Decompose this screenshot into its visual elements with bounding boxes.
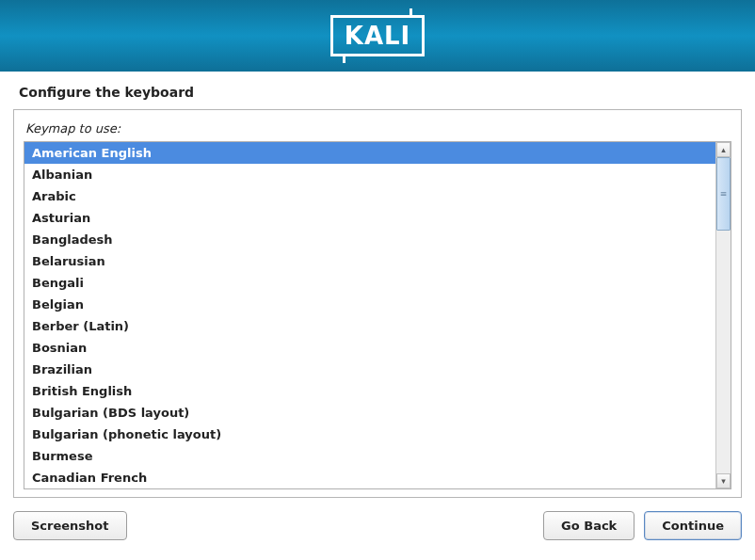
scroll-track[interactable] <box>716 157 731 473</box>
keymap-option[interactable]: Belgian <box>24 294 715 315</box>
keymap-option[interactable]: Bengali <box>24 272 715 294</box>
footer: Screenshot Go Back Continue <box>0 498 755 540</box>
keymap-option[interactable]: Brazilian <box>24 359 715 380</box>
keymap-list-inner: American EnglishAlbanianArabicAsturianBa… <box>24 142 715 488</box>
keymap-option[interactable]: Asturian <box>24 207 715 229</box>
keymap-option[interactable]: Albanian <box>24 164 715 185</box>
screenshot-button[interactable]: Screenshot <box>13 511 127 540</box>
header-banner: KALI <box>0 0 755 72</box>
scroll-down-button[interactable]: ▾ <box>716 473 731 488</box>
keymap-option[interactable]: Berber (Latin) <box>24 315 715 337</box>
brand-text: KALI <box>345 22 411 50</box>
content-frame: Keymap to use: American EnglishAlbanianA… <box>13 109 742 498</box>
keymap-label: Keymap to use: <box>24 121 731 136</box>
keymap-listbox[interactable]: American EnglishAlbanianArabicAsturianBa… <box>24 141 731 489</box>
keymap-option[interactable]: Bulgarian (BDS layout) <box>24 402 715 424</box>
keymap-option[interactable]: Bosnian <box>24 337 715 359</box>
keymap-option[interactable]: British English <box>24 380 715 402</box>
scroll-up-button[interactable]: ▴ <box>716 142 731 157</box>
keymap-option[interactable]: Bangladesh <box>24 229 715 250</box>
keymap-option[interactable]: Bulgarian (phonetic layout) <box>24 424 715 445</box>
keymap-option[interactable]: Canadian French <box>24 467 715 488</box>
go-back-button[interactable]: Go Back <box>543 511 635 540</box>
page-title: Configure the keyboard <box>0 72 755 109</box>
scroll-thumb[interactable] <box>716 157 731 231</box>
keymap-option[interactable]: American English <box>24 142 715 164</box>
keymap-option[interactable]: Burmese <box>24 445 715 467</box>
brand-logo: KALI <box>330 15 426 56</box>
scrollbar[interactable]: ▴ ▾ <box>715 142 731 488</box>
keymap-option[interactable]: Arabic <box>24 185 715 207</box>
keymap-option[interactable]: Belarusian <box>24 250 715 272</box>
continue-button[interactable]: Continue <box>644 511 742 540</box>
